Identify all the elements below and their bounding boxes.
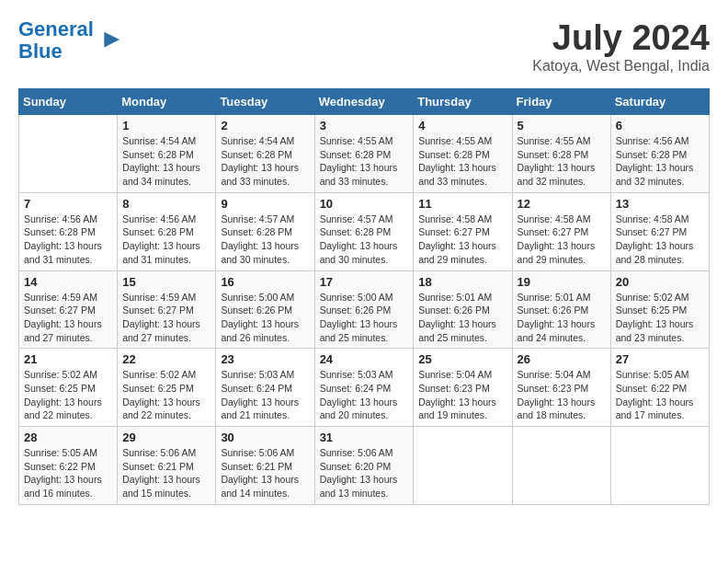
calendar-cell: 28Sunrise: 5:05 AMSunset: 6:22 PMDayligh… — [19, 427, 118, 505]
header-cell-saturday: Saturday — [610, 89, 709, 115]
calendar-cell: 8Sunrise: 4:56 AMSunset: 6:28 PMDaylight… — [118, 192, 216, 270]
day-number: 20 — [616, 275, 704, 289]
day-number: 21 — [24, 352, 112, 366]
calendar-cell: 5Sunrise: 4:55 AMSunset: 6:28 PMDaylight… — [512, 115, 610, 193]
calendar-cell: 30Sunrise: 5:06 AMSunset: 6:21 PMDayligh… — [216, 427, 314, 505]
calendar-cell: 29Sunrise: 5:06 AMSunset: 6:21 PMDayligh… — [118, 427, 216, 505]
cell-info: Sunrise: 4:58 AMSunset: 6:27 PMDaylight:… — [518, 213, 606, 267]
day-number: 2 — [221, 119, 309, 132]
month-title: July 2024 — [532, 18, 710, 58]
calendar-cell: 27Sunrise: 5:05 AMSunset: 6:22 PMDayligh… — [610, 349, 709, 427]
cell-info: Sunrise: 5:04 AMSunset: 6:23 PMDaylight:… — [418, 368, 506, 422]
calendar-cell: 13Sunrise: 4:58 AMSunset: 6:27 PMDayligh… — [610, 192, 709, 270]
cell-info: Sunrise: 5:06 AMSunset: 6:21 PMDaylight:… — [221, 446, 309, 500]
day-number: 27 — [616, 352, 704, 366]
calendar-cell — [414, 427, 512, 505]
cell-info: Sunrise: 5:00 AMSunset: 6:26 PMDaylight:… — [320, 291, 409, 345]
header-cell-monday: Monday — [118, 89, 216, 115]
cell-info: Sunrise: 4:58 AMSunset: 6:27 PMDaylight:… — [418, 213, 506, 267]
cell-info: Sunrise: 5:00 AMSunset: 6:26 PMDaylight:… — [221, 291, 309, 345]
header-cell-wednesday: Wednesday — [314, 89, 414, 115]
calendar-cell: 14Sunrise: 4:59 AMSunset: 6:27 PMDayligh… — [19, 270, 118, 349]
day-number: 18 — [418, 275, 506, 289]
day-number: 11 — [418, 197, 506, 211]
cell-info: Sunrise: 5:02 AMSunset: 6:25 PMDaylight:… — [24, 368, 112, 422]
header-cell-tuesday: Tuesday — [216, 89, 314, 115]
cell-info: Sunrise: 4:54 AMSunset: 6:28 PMDaylight:… — [221, 134, 309, 189]
calendar-cell: 12Sunrise: 4:58 AMSunset: 6:27 PMDayligh… — [512, 192, 610, 270]
calendar-cell: 15Sunrise: 4:59 AMSunset: 6:27 PMDayligh… — [118, 270, 216, 349]
day-number: 16 — [221, 275, 309, 289]
day-number: 22 — [122, 352, 210, 366]
day-number: 30 — [221, 431, 309, 444]
header-row: SundayMondayTuesdayWednesdayThursdayFrid… — [19, 89, 710, 115]
day-number: 24 — [320, 352, 409, 366]
cell-info: Sunrise: 5:03 AMSunset: 6:24 PMDaylight:… — [221, 368, 309, 422]
cell-info: Sunrise: 5:01 AMSunset: 6:26 PMDaylight:… — [418, 291, 506, 345]
calendar-cell: 23Sunrise: 5:03 AMSunset: 6:24 PMDayligh… — [216, 349, 314, 427]
page-header: GeneralBlue July 2024 Katoya, West Benga… — [18, 18, 710, 75]
day-number: 28 — [24, 431, 112, 444]
week-row-1: 1Sunrise: 4:54 AMSunset: 6:28 PMDaylight… — [19, 115, 710, 193]
logo-text: GeneralBlue — [18, 18, 94, 63]
day-number: 31 — [320, 431, 409, 444]
day-number: 19 — [518, 275, 606, 289]
calendar-cell: 19Sunrise: 5:01 AMSunset: 6:26 PMDayligh… — [512, 270, 610, 349]
cell-info: Sunrise: 5:03 AMSunset: 6:24 PMDaylight:… — [320, 368, 409, 422]
day-number: 29 — [122, 431, 210, 444]
cell-info: Sunrise: 5:05 AMSunset: 6:22 PMDaylight:… — [24, 446, 112, 500]
cell-info: Sunrise: 4:55 AMSunset: 6:28 PMDaylight:… — [320, 134, 409, 189]
calendar-cell: 17Sunrise: 5:00 AMSunset: 6:26 PMDayligh… — [314, 270, 414, 349]
calendar-cell: 7Sunrise: 4:56 AMSunset: 6:28 PMDaylight… — [19, 192, 118, 270]
calendar-cell: 3Sunrise: 4:55 AMSunset: 6:28 PMDaylight… — [314, 115, 414, 193]
day-number: 25 — [418, 352, 506, 366]
day-number: 12 — [518, 197, 606, 211]
day-number: 5 — [518, 119, 606, 132]
cell-info: Sunrise: 4:59 AMSunset: 6:27 PMDaylight:… — [24, 291, 112, 345]
cell-info: Sunrise: 5:02 AMSunset: 6:25 PMDaylight:… — [616, 291, 704, 345]
logo-icon — [96, 28, 121, 53]
day-number: 7 — [24, 197, 112, 211]
cell-info: Sunrise: 4:56 AMSunset: 6:28 PMDaylight:… — [24, 213, 112, 267]
calendar-cell: 1Sunrise: 4:54 AMSunset: 6:28 PMDaylight… — [118, 115, 216, 193]
week-row-2: 7Sunrise: 4:56 AMSunset: 6:28 PMDaylight… — [19, 192, 710, 270]
cell-info: Sunrise: 4:54 AMSunset: 6:28 PMDaylight:… — [122, 134, 210, 189]
cell-info: Sunrise: 4:57 AMSunset: 6:28 PMDaylight:… — [221, 213, 309, 267]
day-number: 14 — [24, 275, 112, 289]
day-number: 13 — [616, 197, 704, 211]
calendar-cell: 25Sunrise: 5:04 AMSunset: 6:23 PMDayligh… — [414, 349, 512, 427]
day-number: 3 — [320, 119, 409, 132]
day-number: 26 — [518, 352, 606, 366]
day-number: 1 — [122, 119, 210, 132]
calendar-cell: 21Sunrise: 5:02 AMSunset: 6:25 PMDayligh… — [19, 349, 118, 427]
cell-info: Sunrise: 5:01 AMSunset: 6:26 PMDaylight:… — [518, 291, 606, 345]
calendar-cell: 20Sunrise: 5:02 AMSunset: 6:25 PMDayligh… — [610, 270, 709, 349]
header-cell-friday: Friday — [512, 89, 610, 115]
calendar-cell: 10Sunrise: 4:57 AMSunset: 6:28 PMDayligh… — [314, 192, 414, 270]
header-cell-sunday: Sunday — [19, 89, 118, 115]
calendar-table: SundayMondayTuesdayWednesdayThursdayFrid… — [18, 88, 710, 505]
cell-info: Sunrise: 5:04 AMSunset: 6:23 PMDaylight:… — [518, 368, 606, 422]
week-row-5: 28Sunrise: 5:05 AMSunset: 6:22 PMDayligh… — [19, 427, 710, 505]
calendar-cell: 31Sunrise: 5:06 AMSunset: 6:20 PMDayligh… — [314, 427, 414, 505]
cell-info: Sunrise: 4:56 AMSunset: 6:28 PMDaylight:… — [122, 213, 210, 267]
calendar-cell: 22Sunrise: 5:02 AMSunset: 6:25 PMDayligh… — [118, 349, 216, 427]
calendar-cell: 9Sunrise: 4:57 AMSunset: 6:28 PMDaylight… — [216, 192, 314, 270]
calendar-cell — [19, 115, 118, 193]
day-number: 10 — [320, 197, 409, 211]
cell-info: Sunrise: 4:59 AMSunset: 6:27 PMDaylight:… — [122, 291, 210, 345]
cell-info: Sunrise: 4:58 AMSunset: 6:27 PMDaylight:… — [616, 213, 704, 267]
calendar-header: SundayMondayTuesdayWednesdayThursdayFrid… — [19, 89, 710, 115]
title-block: July 2024 Katoya, West Bengal, India — [532, 18, 710, 75]
day-number: 23 — [221, 352, 309, 366]
cell-info: Sunrise: 5:06 AMSunset: 6:21 PMDaylight:… — [122, 446, 210, 500]
calendar-cell: 16Sunrise: 5:00 AMSunset: 6:26 PMDayligh… — [216, 270, 314, 349]
calendar-body: 1Sunrise: 4:54 AMSunset: 6:28 PMDaylight… — [19, 115, 710, 505]
cell-info: Sunrise: 5:06 AMSunset: 6:20 PMDaylight:… — [320, 446, 409, 500]
day-number: 15 — [122, 275, 210, 289]
cell-info: Sunrise: 5:05 AMSunset: 6:22 PMDaylight:… — [616, 368, 704, 422]
calendar-cell: 2Sunrise: 4:54 AMSunset: 6:28 PMDaylight… — [216, 115, 314, 193]
cell-info: Sunrise: 4:56 AMSunset: 6:28 PMDaylight:… — [616, 134, 704, 189]
cell-info: Sunrise: 5:02 AMSunset: 6:25 PMDaylight:… — [122, 368, 210, 422]
day-number: 6 — [616, 119, 704, 132]
